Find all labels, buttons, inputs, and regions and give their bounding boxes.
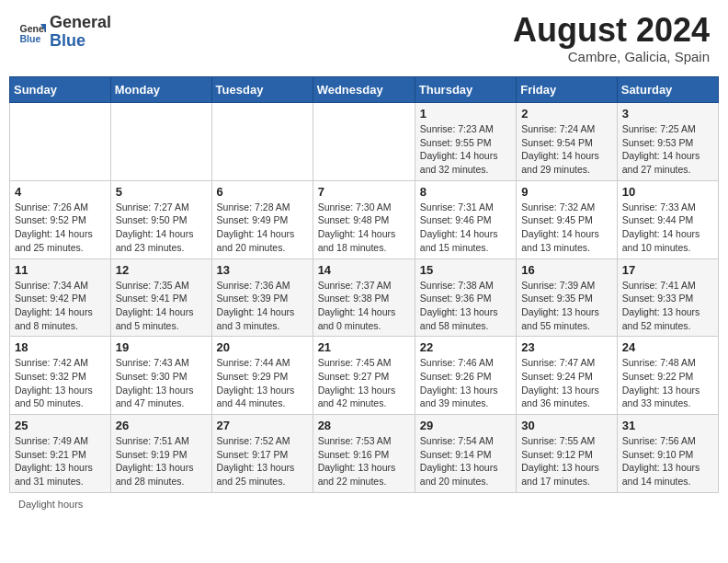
day-number: 21 xyxy=(318,340,410,354)
day-info: Sunrise: 7:49 AMSunset: 9:21 PMDaylight:… xyxy=(15,434,106,488)
day-number: 11 xyxy=(15,263,106,277)
calendar-cell: 29Sunrise: 7:54 AMSunset: 9:14 PMDayligh… xyxy=(415,415,516,493)
day-number: 5 xyxy=(116,185,207,199)
calendar-cell xyxy=(313,103,415,181)
day-number: 3 xyxy=(622,107,713,121)
calendar-cell: 4Sunrise: 7:26 AMSunset: 9:52 PMDaylight… xyxy=(10,180,111,259)
col-header-friday: Friday xyxy=(517,77,618,103)
calendar-cell: 24Sunrise: 7:48 AMSunset: 9:22 PMDayligh… xyxy=(617,337,718,415)
col-header-tuesday: Tuesday xyxy=(211,77,313,103)
day-number: 7 xyxy=(318,185,410,199)
day-info: Sunrise: 7:36 AMSunset: 9:39 PMDaylight:… xyxy=(217,279,308,333)
calendar-cell: 16Sunrise: 7:39 AMSunset: 9:35 PMDayligh… xyxy=(517,259,618,337)
calendar-cell: 5Sunrise: 7:27 AMSunset: 9:50 PMDaylight… xyxy=(110,180,211,259)
calendar-cell: 17Sunrise: 7:41 AMSunset: 9:33 PMDayligh… xyxy=(617,259,718,337)
calendar-cell: 12Sunrise: 7:35 AMSunset: 9:41 PMDayligh… xyxy=(110,259,211,337)
day-info: Sunrise: 7:35 AMSunset: 9:41 PMDaylight:… xyxy=(116,279,207,333)
day-number: 12 xyxy=(116,263,207,277)
day-number: 18 xyxy=(15,340,106,354)
day-number: 4 xyxy=(15,185,106,199)
day-info: Sunrise: 7:27 AMSunset: 9:50 PMDaylight:… xyxy=(116,201,207,255)
calendar-cell: 10Sunrise: 7:33 AMSunset: 9:44 PMDayligh… xyxy=(617,180,718,259)
svg-text:Blue: Blue xyxy=(20,32,41,43)
logo-text: General Blue xyxy=(50,14,111,51)
day-info: Sunrise: 7:55 AMSunset: 9:12 PMDaylight:… xyxy=(521,434,612,488)
day-number: 10 xyxy=(622,185,713,199)
day-number: 13 xyxy=(217,263,308,277)
month-title: August 2024 xyxy=(513,14,710,47)
calendar-week-2: 4Sunrise: 7:26 AMSunset: 9:52 PMDaylight… xyxy=(10,180,719,259)
day-number: 24 xyxy=(622,340,713,354)
day-info: Sunrise: 7:33 AMSunset: 9:44 PMDaylight:… xyxy=(622,201,713,255)
day-number: 27 xyxy=(217,419,308,432)
calendar-cell: 14Sunrise: 7:37 AMSunset: 9:38 PMDayligh… xyxy=(313,259,415,337)
location-title: Cambre, Galicia, Spain xyxy=(513,49,710,64)
calendar-cell xyxy=(211,103,313,181)
day-number: 15 xyxy=(420,263,511,277)
day-number: 2 xyxy=(521,107,612,121)
calendar-cell: 18Sunrise: 7:42 AMSunset: 9:32 PMDayligh… xyxy=(10,337,111,415)
day-number: 9 xyxy=(521,185,612,199)
day-info: Sunrise: 7:30 AMSunset: 9:48 PMDaylight:… xyxy=(318,201,410,255)
calendar-cell: 21Sunrise: 7:45 AMSunset: 9:27 PMDayligh… xyxy=(313,337,415,415)
day-number: 19 xyxy=(116,340,207,354)
logo: General Blue General Blue xyxy=(18,14,111,51)
day-number: 31 xyxy=(622,419,713,432)
col-header-monday: Monday xyxy=(110,77,211,103)
calendar-cell: 28Sunrise: 7:53 AMSunset: 9:16 PMDayligh… xyxy=(313,415,415,493)
day-info: Sunrise: 7:56 AMSunset: 9:10 PMDaylight:… xyxy=(622,434,713,488)
day-number: 1 xyxy=(420,107,511,121)
calendar-cell: 26Sunrise: 7:51 AMSunset: 9:19 PMDayligh… xyxy=(110,415,211,493)
day-info: Sunrise: 7:41 AMSunset: 9:33 PMDaylight:… xyxy=(622,279,713,333)
col-header-sunday: Sunday xyxy=(10,77,111,103)
calendar-cell: 11Sunrise: 7:34 AMSunset: 9:42 PMDayligh… xyxy=(10,259,111,337)
calendar-cell: 2Sunrise: 7:24 AMSunset: 9:54 PMDaylight… xyxy=(517,103,618,181)
day-number: 22 xyxy=(420,340,511,354)
day-info: Sunrise: 7:37 AMSunset: 9:38 PMDaylight:… xyxy=(318,279,410,333)
calendar-cell: 3Sunrise: 7:25 AMSunset: 9:53 PMDaylight… xyxy=(617,103,718,181)
calendar-cell: 1Sunrise: 7:23 AMSunset: 9:55 PMDaylight… xyxy=(415,103,516,181)
footer-note: Daylight hours xyxy=(9,499,719,510)
day-info: Sunrise: 7:32 AMSunset: 9:45 PMDaylight:… xyxy=(521,201,612,255)
col-header-thursday: Thursday xyxy=(415,77,516,103)
logo-icon: General Blue xyxy=(18,18,46,46)
day-info: Sunrise: 7:47 AMSunset: 9:24 PMDaylight:… xyxy=(521,356,612,410)
day-info: Sunrise: 7:45 AMSunset: 9:27 PMDaylight:… xyxy=(318,356,410,410)
calendar-cell: 30Sunrise: 7:55 AMSunset: 9:12 PMDayligh… xyxy=(517,415,618,493)
day-info: Sunrise: 7:28 AMSunset: 9:49 PMDaylight:… xyxy=(217,201,308,255)
calendar-header-row: SundayMondayTuesdayWednesdayThursdayFrid… xyxy=(10,77,719,103)
calendar-cell xyxy=(110,103,211,181)
day-number: 14 xyxy=(318,263,410,277)
calendar-cell: 6Sunrise: 7:28 AMSunset: 9:49 PMDaylight… xyxy=(211,180,313,259)
calendar-cell: 19Sunrise: 7:43 AMSunset: 9:30 PMDayligh… xyxy=(110,337,211,415)
day-info: Sunrise: 7:25 AMSunset: 9:53 PMDaylight:… xyxy=(622,122,713,177)
day-info: Sunrise: 7:38 AMSunset: 9:36 PMDaylight:… xyxy=(420,279,511,333)
day-info: Sunrise: 7:23 AMSunset: 9:55 PMDaylight:… xyxy=(420,122,511,177)
day-number: 20 xyxy=(217,340,308,354)
calendar-week-4: 18Sunrise: 7:42 AMSunset: 9:32 PMDayligh… xyxy=(10,337,719,415)
day-info: Sunrise: 7:31 AMSunset: 9:46 PMDaylight:… xyxy=(420,201,511,255)
day-info: Sunrise: 7:24 AMSunset: 9:54 PMDaylight:… xyxy=(521,122,612,177)
calendar-cell: 20Sunrise: 7:44 AMSunset: 9:29 PMDayligh… xyxy=(211,337,313,415)
day-number: 8 xyxy=(420,185,511,199)
calendar-cell: 9Sunrise: 7:32 AMSunset: 9:45 PMDaylight… xyxy=(517,180,618,259)
day-info: Sunrise: 7:53 AMSunset: 9:16 PMDaylight:… xyxy=(318,434,410,488)
day-info: Sunrise: 7:54 AMSunset: 9:14 PMDaylight:… xyxy=(420,434,511,488)
day-number: 16 xyxy=(521,263,612,277)
calendar-cell: 7Sunrise: 7:30 AMSunset: 9:48 PMDaylight… xyxy=(313,180,415,259)
calendar-cell: 27Sunrise: 7:52 AMSunset: 9:17 PMDayligh… xyxy=(211,415,313,493)
day-number: 23 xyxy=(521,340,612,354)
col-header-wednesday: Wednesday xyxy=(313,77,415,103)
calendar-cell xyxy=(10,103,111,181)
day-info: Sunrise: 7:26 AMSunset: 9:52 PMDaylight:… xyxy=(15,201,106,255)
calendar-cell: 13Sunrise: 7:36 AMSunset: 9:39 PMDayligh… xyxy=(211,259,313,337)
day-info: Sunrise: 7:34 AMSunset: 9:42 PMDaylight:… xyxy=(15,279,106,333)
day-info: Sunrise: 7:46 AMSunset: 9:26 PMDaylight:… xyxy=(420,356,511,410)
calendar-week-1: 1Sunrise: 7:23 AMSunset: 9:55 PMDaylight… xyxy=(10,103,719,181)
day-number: 26 xyxy=(116,419,207,432)
calendar-cell: 15Sunrise: 7:38 AMSunset: 9:36 PMDayligh… xyxy=(415,259,516,337)
calendar-cell: 8Sunrise: 7:31 AMSunset: 9:46 PMDaylight… xyxy=(415,180,516,259)
calendar-cell: 25Sunrise: 7:49 AMSunset: 9:21 PMDayligh… xyxy=(10,415,111,493)
calendar-week-3: 11Sunrise: 7:34 AMSunset: 9:42 PMDayligh… xyxy=(10,259,719,337)
day-number: 29 xyxy=(420,419,511,432)
